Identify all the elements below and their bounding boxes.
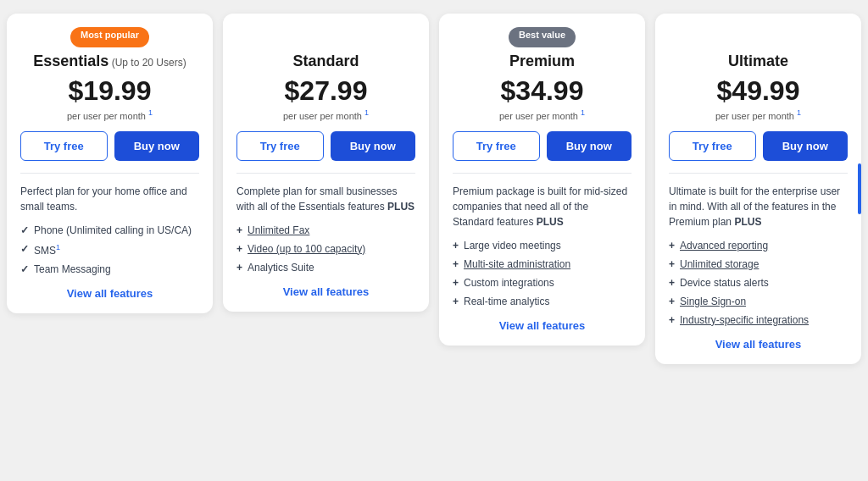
feature-text: Device status alerts: [680, 277, 769, 289]
price-sub-premium: per user per month 1: [453, 108, 632, 121]
buy-now-button-premium[interactable]: Buy now: [547, 131, 632, 161]
feature-text: Phone (Unlimited calling in US/CA): [34, 224, 192, 236]
divider-standard: [236, 173, 415, 174]
list-item: ✓Phone (Unlimited calling in US/CA): [20, 224, 199, 236]
list-item: +Industry-specific integrations: [669, 314, 848, 326]
view-all-features-standard[interactable]: View all features: [236, 285, 415, 298]
list-item: +Large video meetings: [453, 240, 632, 252]
view-all-features-ultimate[interactable]: View all features: [669, 338, 848, 351]
buy-now-button-ultimate[interactable]: Buy now: [763, 131, 849, 161]
feature-text: Industry-specific integrations: [680, 314, 809, 326]
price-sub-standard: per user per month 1: [236, 108, 415, 121]
feature-list-ultimate: +Advanced reporting+Unlimited storage+De…: [669, 240, 848, 326]
list-item: ✓SMS1: [20, 243, 199, 257]
badge-wrap-standard: [236, 27, 415, 47]
feature-text: Multi-site administration: [464, 258, 570, 270]
scrollbar-indicator[interactable]: [858, 163, 861, 214]
price-sub-ultimate: per user per month 1: [669, 108, 848, 121]
list-item: +Unlimited Fax: [236, 224, 415, 236]
badge-essentials: Most popular: [70, 27, 149, 47]
feature-text: Team Messaging: [34, 263, 111, 275]
feature-text: Custom integrations: [464, 277, 554, 289]
badge-wrap-ultimate: [669, 27, 848, 47]
plan-desc-essentials: Perfect plan for your home office and sm…: [20, 184, 199, 214]
divider-essentials: [20, 173, 199, 174]
view-all-features-essentials[interactable]: View all features: [20, 287, 199, 300]
plus-icon: +: [236, 243, 242, 255]
list-item: +Custom integrations: [453, 277, 632, 289]
price-sub-essentials: per user per month 1: [20, 108, 199, 121]
plans-container: Most popularEssentials (Up to 20 Users)$…: [7, 14, 861, 364]
feature-text: Video (up to 100 capacity): [248, 243, 365, 255]
plan-name-ultimate: Ultimate: [669, 53, 848, 70]
plus-icon: +: [236, 224, 242, 236]
view-all-features-premium[interactable]: View all features: [453, 319, 632, 332]
plan-card-ultimate: Ultimate$49.99per user per month 1Try fr…: [655, 14, 861, 364]
plan-desc-standard: Complete plan for small businesses with …: [236, 184, 415, 214]
feature-text: Single Sign-on: [680, 296, 746, 307]
plan-price-standard: $27.99: [236, 75, 415, 107]
plan-desc-ultimate: Ultimate is built for the enterprise use…: [669, 184, 848, 229]
list-item: +Multi-site administration: [453, 258, 632, 270]
plan-card-essentials: Most popularEssentials (Up to 20 Users)$…: [7, 14, 213, 313]
plan-desc-premium: Premium package is built for mid-sized c…: [453, 184, 632, 229]
feature-list-standard: +Unlimited Fax+Video (up to 100 capacity…: [236, 224, 415, 274]
plus-icon: +: [669, 258, 675, 270]
plan-price-ultimate: $49.99: [669, 75, 848, 107]
plus-icon: +: [453, 240, 459, 252]
checkmark-icon: ✓: [20, 224, 29, 236]
plus-icon: +: [453, 258, 459, 270]
plus-icon: +: [453, 296, 459, 307]
divider-premium: [453, 173, 632, 174]
plan-card-standard: Standard$27.99per user per month 1Try fr…: [223, 14, 429, 312]
feature-text: Unlimited storage: [680, 258, 759, 270]
checkmark-icon: ✓: [20, 263, 29, 275]
btn-row-standard: Try freeBuy now: [236, 131, 415, 161]
feature-text: Real-time analytics: [464, 296, 549, 307]
list-item: ✓Team Messaging: [20, 263, 199, 275]
checkmark-icon: ✓: [20, 243, 29, 255]
feature-list-premium: +Large video meetings+Multi-site adminis…: [453, 240, 632, 307]
try-free-button-standard[interactable]: Try free: [236, 131, 324, 161]
plan-price-essentials: $19.99: [20, 75, 199, 107]
btn-row-premium: Try freeBuy now: [453, 131, 632, 161]
btn-row-essentials: Try freeBuy now: [20, 131, 199, 161]
plan-price-premium: $34.99: [453, 75, 632, 107]
plus-icon: +: [669, 314, 675, 326]
list-item: +Device status alerts: [669, 277, 848, 289]
plan-name-standard: Standard: [236, 53, 415, 70]
plus-icon: +: [669, 296, 675, 307]
list-item: +Video (up to 100 capacity): [236, 243, 415, 255]
list-item: +Unlimited storage: [669, 258, 848, 270]
feature-list-essentials: ✓Phone (Unlimited calling in US/CA)✓SMS1…: [20, 224, 199, 275]
buy-now-button-essentials[interactable]: Buy now: [114, 131, 200, 161]
try-free-button-essentials[interactable]: Try free: [20, 131, 108, 161]
try-free-button-premium[interactable]: Try free: [453, 131, 540, 161]
plan-card-premium: Best valuePremium$34.99per user per mont…: [439, 14, 645, 346]
plus-icon: +: [669, 277, 675, 289]
feature-text: Analytics Suite: [248, 262, 314, 274]
badge-premium: Best value: [509, 27, 576, 47]
list-item: +Advanced reporting: [669, 240, 848, 252]
plan-name-premium: Premium: [453, 53, 632, 70]
plus-icon: +: [453, 277, 459, 289]
list-item: +Analytics Suite: [236, 262, 415, 274]
list-item: +Real-time analytics: [453, 296, 632, 307]
buy-now-button-standard[interactable]: Buy now: [331, 131, 416, 161]
feature-text: SMS1: [34, 243, 60, 257]
badge-wrap-premium: Best value: [453, 27, 632, 47]
btn-row-ultimate: Try freeBuy now: [669, 131, 848, 161]
badge-wrap-essentials: Most popular: [20, 27, 199, 47]
plus-icon: +: [236, 262, 242, 274]
list-item: +Single Sign-on: [669, 296, 848, 307]
divider-ultimate: [669, 173, 848, 174]
try-free-button-ultimate[interactable]: Try free: [669, 131, 756, 161]
plan-name-essentials: Essentials (Up to 20 Users): [20, 53, 199, 70]
feature-text: Unlimited Fax: [248, 224, 309, 236]
plus-icon: +: [669, 240, 675, 252]
feature-text: Advanced reporting: [680, 240, 768, 252]
feature-text: Large video meetings: [464, 240, 561, 252]
